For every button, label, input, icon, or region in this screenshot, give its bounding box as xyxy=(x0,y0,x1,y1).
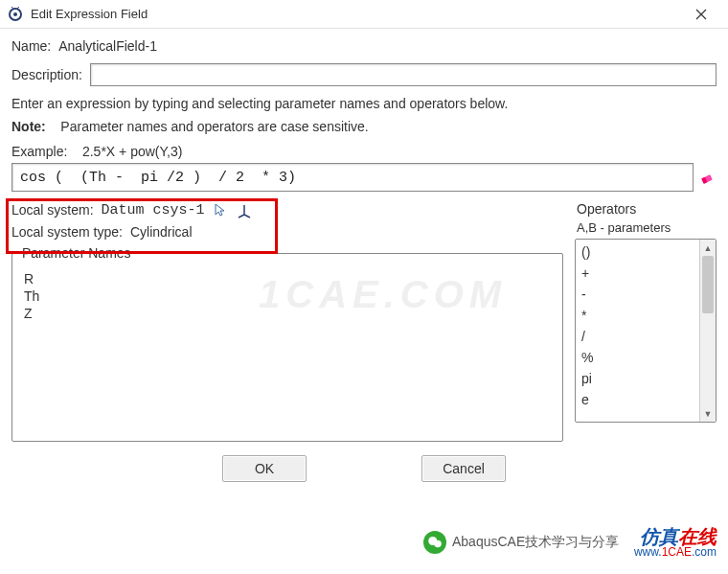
description-label: Description: xyxy=(11,67,82,82)
operators-label: Operators xyxy=(575,201,717,217)
list-item[interactable]: () xyxy=(580,241,695,263)
local-system-type-label: Local system type: xyxy=(11,224,123,240)
description-input[interactable] xyxy=(90,63,717,86)
window-title: Edit Expression Field xyxy=(31,7,682,21)
dialog-buttons: OK Cancel xyxy=(11,455,717,482)
local-system-label: Local system: xyxy=(11,202,94,218)
note-line: Note: Parameter names and operators are … xyxy=(11,119,717,134)
cursor-pick-icon[interactable] xyxy=(213,202,228,218)
scroll-track[interactable] xyxy=(700,256,716,405)
list-item[interactable]: + xyxy=(580,263,695,284)
datum-triad-icon[interactable] xyxy=(236,201,253,218)
scroll-thumb[interactable] xyxy=(702,256,714,313)
operators-scrollbar[interactable]: ▲ ▼ xyxy=(699,240,716,422)
parameter-names-legend: Parameter Names xyxy=(18,245,135,261)
description-row: Description: xyxy=(11,63,717,86)
brand-badge: 仿真在线 www.1CAE.com xyxy=(634,529,717,560)
svg-point-5 xyxy=(434,540,442,548)
app-icon xyxy=(8,7,23,22)
list-item[interactable]: % xyxy=(580,347,695,368)
note-text: Parameter names and operators are case s… xyxy=(60,119,368,134)
brand-cn: 仿真在线 xyxy=(634,529,717,544)
attribution: AbaqusCAE技术学习与分享 xyxy=(423,531,619,554)
local-system-row: Local system: Datum csys-1 xyxy=(11,201,563,218)
name-label: Name: xyxy=(11,38,51,54)
example-line: Example: 2.5*X + pow(Y,3) xyxy=(11,144,717,159)
parameter-list[interactable]: R Th Z xyxy=(18,264,557,437)
expression-input[interactable] xyxy=(11,163,694,192)
list-item[interactable]: * xyxy=(580,305,695,326)
attribution-text: AbaqusCAE技术学习与分享 xyxy=(452,534,619,551)
example-text: 2.5*X + pow(Y,3) xyxy=(82,144,182,159)
clear-icon[interactable] xyxy=(699,169,717,186)
local-system-value: Datum csys-1 xyxy=(102,202,205,218)
list-item[interactable]: - xyxy=(580,284,695,305)
scroll-up-icon[interactable]: ▲ xyxy=(700,240,716,256)
list-item[interactable]: / xyxy=(580,326,695,347)
example-label: Example: xyxy=(11,144,67,159)
operators-list[interactable]: () + - * / % pi e xyxy=(576,240,699,422)
parameter-names-group: Parameter Names R Th Z xyxy=(11,245,563,442)
svg-point-1 xyxy=(13,12,17,16)
ok-button[interactable]: OK xyxy=(222,455,307,482)
list-item[interactable]: pi xyxy=(580,368,695,389)
local-system-type-row: Local system type: Cylindrical xyxy=(11,224,563,240)
list-item[interactable]: Z xyxy=(22,305,553,322)
list-item[interactable]: R xyxy=(22,270,553,287)
local-system-type-value: Cylindrical xyxy=(130,224,193,240)
list-item[interactable]: e xyxy=(580,389,695,410)
cancel-button[interactable]: Cancel xyxy=(421,455,506,482)
note-label: Note: xyxy=(11,119,46,134)
list-item[interactable]: Th xyxy=(22,287,553,305)
operators-sublabel: A,B - parameters xyxy=(575,220,717,235)
instruction-text: Enter an expression by typing and select… xyxy=(11,96,717,111)
title-bar: Edit Expression Field xyxy=(0,0,728,29)
expression-row xyxy=(11,163,717,192)
name-row: Name: AnalyticalField-1 xyxy=(11,38,717,54)
name-value: AnalyticalField-1 xyxy=(58,38,157,54)
brand-url: www.1CAE.com xyxy=(634,544,717,560)
wechat-icon xyxy=(423,531,446,554)
operators-listbox: () + - * / % pi e ▲ ▼ xyxy=(575,239,717,423)
close-button[interactable] xyxy=(682,0,720,29)
scroll-down-icon[interactable]: ▼ xyxy=(700,405,716,422)
